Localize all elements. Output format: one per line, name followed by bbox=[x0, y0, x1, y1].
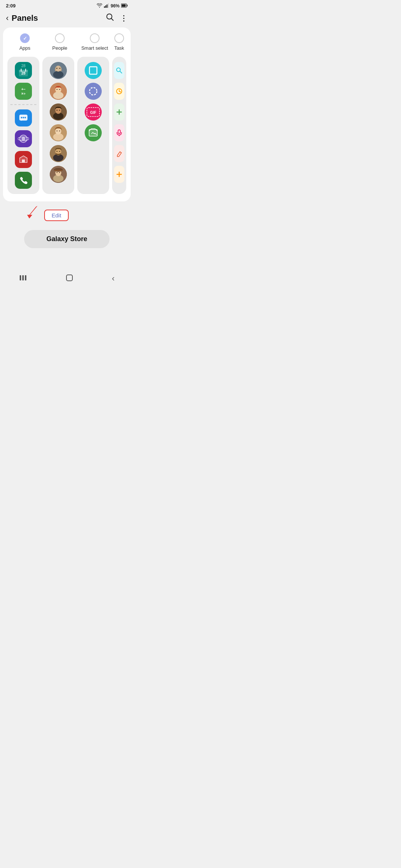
tab-task[interactable]: Task bbox=[112, 33, 126, 51]
wifi-icon bbox=[97, 3, 102, 9]
edit-button[interactable]: Edit bbox=[44, 210, 69, 221]
signal-icon bbox=[104, 3, 109, 9]
person-3-avatar[interactable] bbox=[50, 103, 67, 121]
calendar-icon[interactable]: 28 28 bbox=[15, 62, 32, 79]
svg-rect-43 bbox=[56, 131, 58, 131]
svg-rect-39 bbox=[59, 110, 60, 111]
edit-arrow-row: Edit bbox=[6, 204, 69, 221]
gif-select-icon[interactable]: GIF bbox=[85, 103, 102, 121]
smart-select-panel: GIF bbox=[77, 57, 109, 194]
svg-rect-69 bbox=[118, 130, 120, 134]
messages-icon[interactable] bbox=[15, 109, 32, 126]
tab-apps[interactable]: Apps bbox=[7, 33, 42, 51]
task-icon-2 bbox=[114, 83, 124, 100]
svg-text:+−: +− bbox=[21, 87, 26, 91]
svg-rect-3 bbox=[108, 3, 109, 8]
calculator-icon[interactable]: +− ×÷ bbox=[15, 83, 32, 100]
svg-rect-2 bbox=[107, 4, 108, 8]
svg-rect-33 bbox=[56, 89, 58, 90]
svg-rect-56 bbox=[59, 172, 60, 173]
back-button[interactable]: ‹ bbox=[6, 13, 9, 23]
svg-rect-5 bbox=[127, 4, 128, 6]
svg-line-66 bbox=[119, 91, 121, 92]
oval-select-icon[interactable] bbox=[85, 83, 102, 100]
battery-percent: 96% bbox=[111, 3, 120, 9]
svg-line-71 bbox=[120, 152, 121, 153]
person-1-avatar[interactable] bbox=[50, 62, 67, 79]
galaxy-store-button[interactable]: Galaxy Store bbox=[24, 230, 110, 248]
svg-text:28: 28 bbox=[21, 71, 26, 75]
person-5-avatar[interactable] bbox=[50, 145, 67, 162]
svg-line-8 bbox=[111, 19, 114, 21]
svg-text:GIF: GIF bbox=[90, 111, 97, 115]
tab-task-label: Task bbox=[114, 45, 124, 51]
svg-point-17 bbox=[21, 117, 22, 118]
screenshot-icon[interactable] bbox=[85, 124, 102, 141]
task-panel-partial bbox=[112, 57, 126, 194]
svg-rect-74 bbox=[20, 275, 21, 280]
tab-apps-radio bbox=[20, 33, 30, 43]
svg-rect-54 bbox=[54, 170, 62, 171]
tabs-row: Apps People Smart select Task bbox=[7, 33, 126, 51]
tab-smart-label: Smart select bbox=[81, 45, 108, 51]
top-bar: ‹ Panels ⋮ bbox=[0, 10, 134, 27]
svg-rect-49 bbox=[59, 151, 60, 152]
edit-area: Edit bbox=[0, 201, 134, 223]
tab-task-radio bbox=[114, 33, 124, 43]
task-icon-4 bbox=[114, 124, 124, 141]
people-panel bbox=[42, 57, 74, 194]
browser-icon[interactable] bbox=[15, 130, 32, 147]
status-time: 2:09 bbox=[6, 3, 16, 9]
svg-point-42 bbox=[55, 128, 61, 135]
search-button[interactable] bbox=[106, 13, 114, 23]
svg-rect-76 bbox=[25, 275, 26, 280]
svg-point-37 bbox=[55, 107, 61, 114]
svg-rect-57 bbox=[89, 67, 97, 74]
more-button[interactable]: ⋮ bbox=[120, 14, 128, 23]
home-button[interactable] bbox=[65, 274, 74, 283]
tab-people[interactable]: People bbox=[42, 33, 77, 51]
svg-line-63 bbox=[120, 71, 122, 73]
svg-rect-55 bbox=[56, 172, 58, 173]
svg-rect-77 bbox=[66, 275, 72, 281]
bottom-nav: ‹ bbox=[0, 269, 134, 289]
svg-rect-34 bbox=[59, 89, 60, 90]
person-2-avatar[interactable] bbox=[50, 83, 67, 100]
task-icon-1 bbox=[114, 62, 124, 79]
svg-point-18 bbox=[23, 117, 24, 118]
recent-apps-button[interactable] bbox=[19, 273, 27, 283]
galaxy-store-area: Galaxy Store bbox=[0, 230, 134, 248]
svg-point-58 bbox=[89, 88, 97, 95]
battery-icon bbox=[121, 3, 128, 9]
svg-rect-23 bbox=[22, 160, 25, 162]
top-actions: ⋮ bbox=[106, 13, 128, 23]
panels-row: 28 28 +− ×÷ bbox=[7, 57, 126, 194]
svg-text:×÷: ×÷ bbox=[21, 92, 26, 96]
svg-rect-29 bbox=[59, 68, 61, 69]
red-app-icon[interactable] bbox=[15, 151, 32, 168]
apps-panel: 28 28 +− ×÷ bbox=[7, 57, 39, 194]
tab-people-radio bbox=[55, 33, 65, 43]
svg-rect-1 bbox=[105, 5, 106, 8]
tab-apps-label: Apps bbox=[19, 45, 30, 51]
tab-people-label: People bbox=[52, 45, 67, 51]
tab-smart-select[interactable]: Smart select bbox=[77, 33, 112, 51]
svg-point-19 bbox=[25, 117, 26, 118]
back-nav-button[interactable]: ‹ bbox=[112, 274, 114, 283]
rectangle-select-icon[interactable] bbox=[85, 62, 102, 79]
person-4-avatar[interactable] bbox=[50, 124, 67, 141]
edit-arrow-icon bbox=[26, 204, 40, 222]
svg-rect-44 bbox=[59, 131, 60, 131]
task-icon-6 bbox=[114, 166, 124, 183]
phone-icon[interactable] bbox=[15, 172, 32, 189]
status-icons: 96% bbox=[97, 3, 128, 9]
panel-divider bbox=[10, 104, 36, 105]
svg-rect-28 bbox=[56, 68, 58, 69]
svg-rect-75 bbox=[22, 275, 24, 280]
tab-smart-radio bbox=[90, 33, 100, 43]
task-icon-5 bbox=[114, 145, 124, 162]
svg-rect-6 bbox=[122, 4, 126, 7]
svg-rect-0 bbox=[104, 6, 105, 8]
person-6-avatar[interactable] bbox=[50, 166, 67, 183]
main-card: Apps People Smart select Task 28 28 bbox=[3, 27, 131, 201]
